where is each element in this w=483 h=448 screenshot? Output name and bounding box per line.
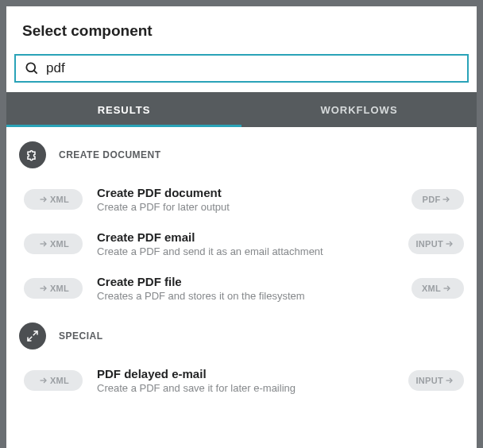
item-description: Create a PDF for later output [97, 201, 397, 213]
svg-line-8 [33, 331, 37, 335]
item-body: Create PDF email Create a PDF and send i… [83, 230, 408, 257]
item-description: Create a PDF and send it as an email att… [97, 245, 394, 257]
tab-results[interactable]: RESULTS [6, 92, 242, 127]
results-content[interactable]: CREATE DOCUMENT XML Create PDF document … [6, 127, 477, 448]
item-body: PDF delayed e-mail Create a PDF and save… [83, 367, 408, 394]
svg-line-9 [28, 337, 32, 341]
input-type-badge: XML [24, 189, 83, 210]
input-type-badge: XML [24, 370, 83, 391]
output-type-badge: PDF [412, 189, 464, 210]
item-description: Creates a PDF and stores it on the files… [97, 290, 397, 302]
item-title: PDF delayed e-mail [97, 367, 394, 380]
select-component-dialog: Select component RESULTS WORKFLOWS [6, 6, 477, 448]
tab-workflows[interactable]: WORKFLOWS [242, 92, 477, 127]
item-description: Create a PDF and save it for later e-mai… [97, 382, 394, 394]
input-type-badge: XML [24, 278, 83, 299]
group-header: SPECIAL [19, 322, 464, 350]
badge-label: XML [50, 239, 69, 249]
svg-point-0 [26, 63, 35, 71]
svg-line-1 [34, 71, 37, 74]
item-title: Create PDF document [97, 186, 397, 199]
dialog-header: Select component [6, 6, 477, 54]
group-title: CREATE DOCUMENT [59, 149, 161, 160]
arrow-right-icon [39, 376, 48, 385]
badge-label: INPUT [416, 376, 444, 385]
item-body: Create PDF document Create a PDF for lat… [83, 186, 412, 213]
badge-label: XML [50, 284, 69, 293]
item-title: Create PDF email [97, 230, 394, 244]
arrow-right-icon [445, 376, 454, 385]
input-type-badge: XML [24, 234, 83, 254]
search-icon [24, 60, 40, 76]
badge-label: XML [422, 284, 441, 293]
arrow-right-icon [442, 284, 452, 293]
list-item[interactable]: XML Create PDF email Create a PDF and se… [19, 224, 464, 268]
arrows-icon [19, 322, 46, 350]
output-type-badge: INPUT [408, 234, 465, 254]
arrow-right-icon [39, 239, 48, 249]
tab-results-label: RESULTS [98, 104, 151, 116]
item-title: Create PDF file [97, 275, 397, 288]
arrow-right-icon [442, 195, 451, 204]
group-header: CREATE DOCUMENT [19, 141, 464, 168]
arrow-right-icon [39, 284, 48, 293]
search-container [6, 54, 477, 92]
group-special: SPECIAL XML PDF delayed e-mail Create a … [19, 322, 464, 405]
group-create-document: CREATE DOCUMENT XML Create PDF document … [19, 141, 464, 313]
badge-label: INPUT [416, 239, 444, 249]
search-input[interactable] [46, 60, 459, 76]
group-title: SPECIAL [59, 330, 103, 342]
arrow-right-icon [445, 239, 454, 249]
dialog-title: Select component [22, 22, 461, 40]
output-type-badge: INPUT [408, 370, 465, 391]
arrow-right-icon [39, 195, 48, 204]
output-type-badge: XML [412, 278, 464, 299]
item-body: Create PDF file Creates a PDF and stores… [83, 275, 412, 302]
list-item[interactable]: XML Create PDF file Creates a PDF and st… [19, 268, 464, 313]
puzzle-icon [19, 141, 46, 168]
badge-label: XML [50, 195, 69, 204]
list-item[interactable]: XML PDF delayed e-mail Create a PDF and … [19, 361, 464, 405]
tab-bar: RESULTS WORKFLOWS [6, 92, 477, 127]
badge-label: PDF [423, 195, 441, 204]
list-item[interactable]: XML Create PDF document Create a PDF for… [19, 180, 464, 224]
badge-label: XML [50, 376, 69, 385]
search-box[interactable] [14, 54, 469, 83]
tab-workflows-label: WORKFLOWS [320, 104, 397, 116]
